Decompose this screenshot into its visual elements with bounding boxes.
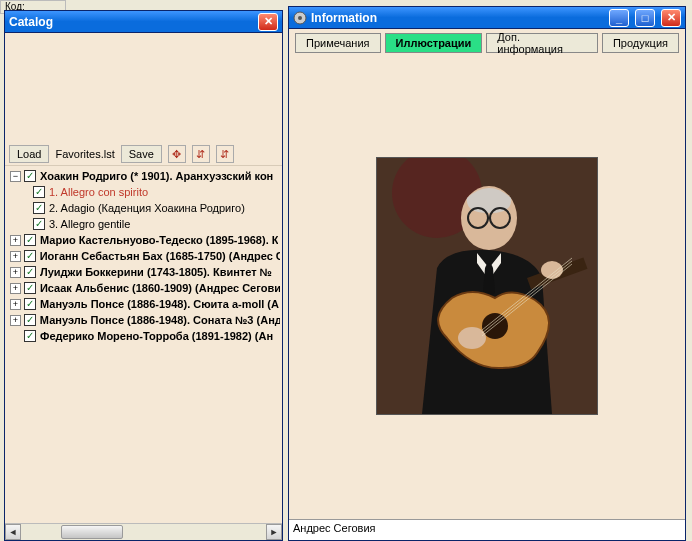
tree-item-label: Хоакин Родриго (* 1901). Аранхуэзский ко… <box>40 168 273 184</box>
info-titlebar[interactable]: Information _ □ ✕ <box>289 7 685 29</box>
scroll-left-icon[interactable]: ◄ <box>5 524 21 540</box>
tab-extra[interactable]: Доп. информация <box>486 33 598 53</box>
checkbox[interactable]: ✓ <box>24 266 36 278</box>
checkbox[interactable]: ✓ <box>24 250 36 262</box>
scroll-track[interactable] <box>21 524 266 540</box>
collapse-icon[interactable]: − <box>10 171 21 182</box>
illustration-panel <box>289 57 685 519</box>
maximize-icon: □ <box>642 12 649 24</box>
toolbar-icon-3[interactable]: ⇵ <box>216 145 234 163</box>
expand-icon[interactable]: + <box>10 267 21 278</box>
pin2-icon: ⇵ <box>220 148 229 161</box>
tree-item-label: Луиджи Боккерини (1743-1805). Квинтет № <box>40 264 272 280</box>
save-button[interactable]: Save <box>121 145 162 163</box>
catalog-window: Catalog ✕ Load Favorites.lst Save ✥ ⇵ ⇵ … <box>4 10 283 541</box>
tree-node[interactable]: + ✓ Мануэль Понсе (1886-1948). Сюита a-m… <box>7 296 280 312</box>
checkbox[interactable]: ✓ <box>24 234 36 246</box>
app-icon <box>293 11 307 25</box>
checkbox[interactable]: ✓ <box>24 298 36 310</box>
catalog-close-button[interactable]: ✕ <box>258 13 278 31</box>
information-window: Information _ □ ✕ Примечания Иллюстрации… <box>288 6 686 541</box>
tree-node[interactable]: + ✓ Исаак Альбенис (1860-1909) (Андрес С… <box>7 280 280 296</box>
catalog-h-scrollbar[interactable]: ◄ ► <box>5 523 282 540</box>
expand-icon[interactable]: + <box>10 283 21 294</box>
tree-child[interactable]: ✓ 1. Allegro con spirito <box>7 184 280 200</box>
expand-icon[interactable]: + <box>10 251 21 262</box>
tree-item-label: Марио Кастельнуово-Тедеско (1895-1968). … <box>40 232 278 248</box>
tree-node[interactable]: + ✓ Марио Кастельнуово-Тедеско (1895-196… <box>7 232 280 248</box>
catalog-toolbar: Load Favorites.lst Save ✥ ⇵ ⇵ <box>5 143 282 166</box>
toolbar-icon-2[interactable]: ⇵ <box>192 145 210 163</box>
illustration-image <box>376 157 598 415</box>
expand-icon[interactable]: + <box>10 235 21 246</box>
svg-point-9 <box>482 313 508 339</box>
minimize-button[interactable]: _ <box>609 9 629 27</box>
tab-illustrations[interactable]: Иллюстрации <box>385 33 483 53</box>
checkbox[interactable]: ✓ <box>33 186 45 198</box>
tree-node[interactable]: + ✓ Луиджи Боккерини (1743-1805). Квинте… <box>7 264 280 280</box>
toolbar-icon-1[interactable]: ✥ <box>168 145 186 163</box>
tree-child[interactable]: ✓ 2. Adagio (Каденция Хоакина Родриго) <box>7 200 280 216</box>
tree-item-label: Мануэль Понсе (1886-1948). Сюита a-moll … <box>40 296 279 312</box>
checkbox[interactable]: ✓ <box>33 218 45 230</box>
checkbox[interactable]: ✓ <box>24 330 36 342</box>
tree-root[interactable]: − ✓ Хоакин Родриго (* 1901). Аранхуэзски… <box>7 168 280 184</box>
tree-item-label: Федерико Морено-Торроба (1891-1982) (Ан <box>40 328 273 344</box>
catalog-titlebar[interactable]: Catalog ✕ <box>5 11 282 33</box>
minimize-icon: _ <box>616 12 622 24</box>
tree-item-label: 1. Allegro con spirito <box>49 184 148 200</box>
tree-node[interactable]: + ✓ Иоганн Себастьян Бах (1685-1750) (Ан… <box>7 248 280 264</box>
tree-node[interactable]: + ✓ Мануэль Понсе (1886-1948). Соната №3… <box>7 312 280 328</box>
close-icon: ✕ <box>264 15 273 28</box>
tree-item-label: Исаак Альбенис (1860-1909) (Андрес Сегов… <box>40 280 280 296</box>
svg-point-1 <box>298 16 302 20</box>
close-icon: ✕ <box>667 11 676 24</box>
tree-item-label: 2. Adagio (Каденция Хоакина Родриго) <box>49 200 245 216</box>
catalog-top-panel <box>5 33 282 143</box>
load-button[interactable]: Load <box>9 145 49 163</box>
pin-icon: ⇵ <box>196 148 205 161</box>
tree-node[interactable]: ✓ Федерико Морено-Торроба (1891-1982) (А… <box>7 328 280 344</box>
svg-point-12 <box>541 261 563 279</box>
expand-icon[interactable]: + <box>10 299 21 310</box>
favorites-file-label: Favorites.lst <box>55 148 114 160</box>
checkbox[interactable]: ✓ <box>33 202 45 214</box>
info-title: Information <box>311 11 603 25</box>
checkbox[interactable]: ✓ <box>24 314 36 326</box>
info-tabbar: Примечания Иллюстрации Доп. информация П… <box>289 29 685 57</box>
tree-item-label: Мануэль Понсе (1886-1948). Соната №3 (Ан… <box>40 312 280 328</box>
expand-icon[interactable]: + <box>10 315 21 326</box>
illustration-caption: Андрес Сеговия <box>289 519 685 540</box>
tree-item-label: 3. Allegro gentile <box>49 216 130 232</box>
close-button[interactable]: ✕ <box>661 9 681 27</box>
maximize-button[interactable]: □ <box>635 9 655 27</box>
svg-point-11 <box>458 327 486 349</box>
checkbox[interactable]: ✓ <box>24 282 36 294</box>
tree-item-label: Иоганн Себастьян Бах (1685-1750) (Андрес… <box>40 248 280 264</box>
move-icon: ✥ <box>172 148 181 161</box>
tab-notes[interactable]: Примечания <box>295 33 381 53</box>
tree-child[interactable]: ✓ 3. Allegro gentile <box>7 216 280 232</box>
catalog-title: Catalog <box>9 15 252 29</box>
tab-production[interactable]: Продукция <box>602 33 679 53</box>
scroll-right-icon[interactable]: ► <box>266 524 282 540</box>
catalog-tree[interactable]: − ✓ Хоакин Родриго (* 1901). Аранхуэзски… <box>5 166 282 523</box>
checkbox[interactable]: ✓ <box>24 170 36 182</box>
scroll-thumb[interactable] <box>61 525 123 539</box>
